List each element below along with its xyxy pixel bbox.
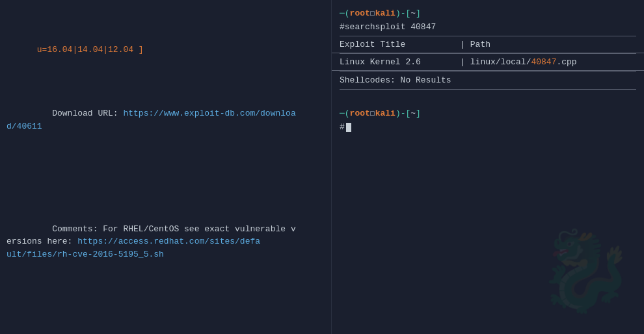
col-sep-row: |	[460, 57, 465, 67]
cmd-text: searchsploit 40847	[345, 22, 436, 32]
download-label: Download URL:	[37, 109, 124, 118]
line-1: u=16.04|14.04|12.04 ]	[7, 31, 325, 69]
shellcodes-line: Shellcodes: No Results	[332, 71, 644, 89]
prompt-root-2: root	[350, 109, 370, 118]
shellcodes-bottom-border	[340, 89, 636, 90]
prompt-host-1: kali	[375, 8, 396, 18]
cursor	[346, 123, 351, 132]
table-header: Exploit Title | Path	[332, 36, 644, 53]
kali-watermark: 🐉	[537, 225, 634, 321]
prompt-root-1: root	[350, 8, 370, 18]
prompt-host-2: kali	[375, 109, 396, 118]
bracket-close-2: )-[	[396, 109, 410, 118]
bottom-prompt-section: ─(root☐kali)-[~] #	[332, 100, 644, 138]
col-exploit-title-header: Exploit Title	[340, 40, 460, 49]
left-terminal: u=16.04|14.04|12.04 ] Download URL: http…	[0, 0, 332, 334]
right-terminal: ─(root☐kali)-[~] # searchsploit 40847 Ex…	[332, 0, 644, 334]
col-path-header: Path	[470, 40, 490, 49]
line-blank-1	[7, 172, 325, 185]
prompt-2-line: ─(root☐kali)-[~]	[340, 105, 636, 121]
prompt-tilde-2: ~	[410, 109, 416, 118]
top-prompt-section: ─(root☐kali)-[~] # searchsploit 40847	[332, 0, 644, 36]
ubuntu-versions: u=16.04|14.04|12.04 ]	[37, 45, 144, 55]
col-sep-header: |	[460, 40, 465, 49]
line-download-1: Download URL: https://www.exploit-db.com…	[7, 95, 325, 146]
prompt-1-cmd: # searchsploit 40847	[340, 21, 636, 33]
prompt-at-2: ☐	[370, 108, 375, 118]
table-row-1: Linux Kernel 2.6 | linux/local/40847.cpp	[332, 54, 644, 71]
bracket-open-2: ─(	[340, 109, 350, 118]
prompt-hash-2: #	[340, 122, 345, 132]
exploit-title-cell: Linux Kernel 2.6	[340, 57, 460, 67]
prompt-2-cmd: #	[340, 121, 636, 133]
bracket-open-1: ─(	[340, 8, 350, 18]
bracket-end-2: ]	[416, 109, 421, 118]
bracket-close-1: )-[	[396, 8, 410, 18]
line-comments-1: Comments: For RHEL/CentOS see exact vuln…	[7, 210, 325, 274]
path-cell: linux/local/40847.cpp	[470, 57, 577, 67]
line-blank-2	[7, 300, 325, 313]
prompt-hash-1: #	[340, 22, 345, 32]
prompt-1-line: ─(root☐kali)-[~]	[340, 5, 636, 21]
prompt-at-1: ☐	[370, 8, 375, 18]
path-num: 40847	[531, 57, 556, 67]
prompt-tilde-1: ~	[410, 8, 416, 18]
bracket-end-1: ]	[416, 8, 421, 18]
